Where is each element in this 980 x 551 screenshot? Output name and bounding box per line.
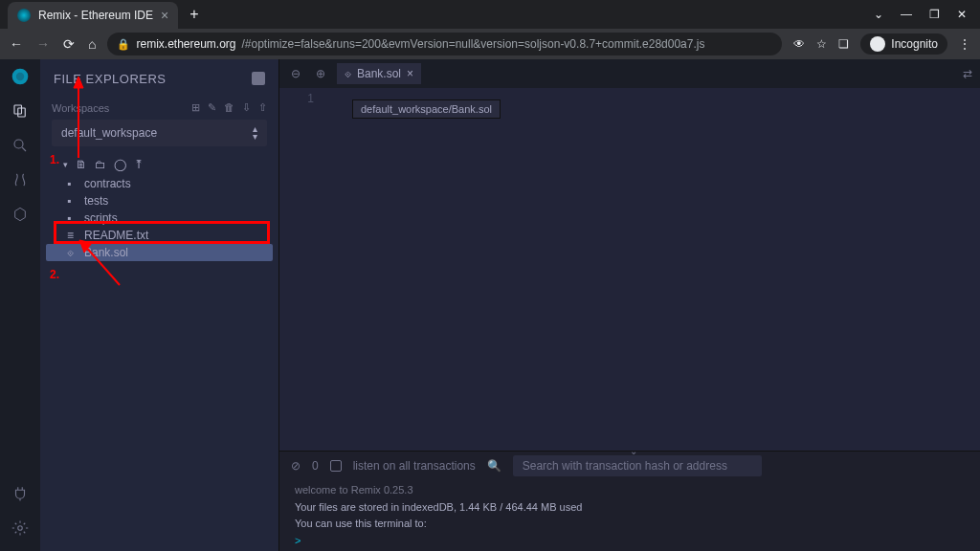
maximize-icon[interactable]: ❐	[929, 8, 940, 21]
annotation-arrow-1	[69, 77, 88, 163]
plugin-manager-icon[interactable]	[11, 484, 30, 503]
zoom-out-icon[interactable]: ⊖	[287, 67, 304, 80]
folder-item[interactable]: ▪contracts	[40, 175, 278, 192]
tab-title: Remix - Ethereum IDE	[38, 9, 153, 22]
line-number: 1	[307, 92, 314, 105]
annotation-arrow-2	[77, 237, 134, 290]
tree-toggle-icon[interactable]: ▾	[63, 160, 68, 169]
url-path: /#optimize=false&runs=200&evmVersion=nul…	[242, 37, 705, 51]
lock-icon: 🔒	[117, 38, 130, 51]
compiler-icon[interactable]	[11, 170, 30, 189]
app-root: FILE EXPLORERS Workspaces ⊞ ✎ 🗑 ⇩ ⇧ defa…	[0, 59, 980, 551]
svg-line-8	[84, 245, 120, 285]
eye-off-icon[interactable]: 👁	[793, 37, 805, 51]
item-label: scripts	[84, 211, 118, 225]
window-controls: ⌄ — ❐ ✕	[874, 8, 972, 21]
chevron-down-icon[interactable]: ⌄	[874, 8, 883, 21]
folder-icon: ▪	[67, 211, 78, 225]
forward-icon[interactable]: →	[36, 36, 50, 52]
collapse-icon[interactable]: ⌄	[630, 446, 637, 456]
solidity-icon: ⟐	[345, 67, 351, 80]
ws-rename-icon[interactable]: ✎	[208, 101, 216, 114]
ws-delete-icon[interactable]: 🗑	[224, 101, 234, 114]
menu-icon[interactable]: ⋮	[959, 37, 970, 51]
editor-tooltip: default_workspace/Bank.sol	[352, 99, 501, 119]
line-gutter: 1	[279, 88, 322, 451]
terminal-output[interactable]: welcome to Remix 0.25.3 Your files are s…	[279, 480, 980, 551]
browser-addressbar: ← → ⟳ ⌂ 🔒 remix.ethereum.org/#optimize=f…	[0, 29, 980, 59]
terminal-toolbar: ⌄ ⊘ 0 listen on all transactions 🔍 Searc…	[279, 452, 980, 480]
browser-tab[interactable]: Remix - Ethereum IDE ×	[8, 2, 178, 29]
listen-label: listen on all transactions	[353, 459, 476, 473]
editor-tab-label: Bank.sol	[357, 67, 401, 80]
terminal-panel: ⌄ ⊘ 0 listen on all transactions 🔍 Searc…	[279, 451, 980, 551]
gist-icon[interactable]: ◯	[114, 158, 126, 171]
editor-tab[interactable]: ⟐ Bank.sol ×	[337, 63, 421, 84]
home-icon[interactable]: ⌂	[88, 36, 96, 52]
terminal-line: welcome to Remix 0.25.3	[295, 482, 965, 499]
star-icon[interactable]: ☆	[816, 37, 827, 51]
url-bar[interactable]: 🔒 remix.ethereum.org/#optimize=false&run…	[107, 33, 782, 55]
icon-sidebar	[0, 59, 40, 551]
svg-point-5	[18, 526, 23, 531]
clear-icon[interactable]: ⊘	[291, 459, 301, 473]
new-folder-icon[interactable]: 🗀	[95, 158, 106, 171]
tab-favicon	[17, 9, 31, 22]
upload-file-icon[interactable]: ⤒	[134, 158, 144, 171]
svg-point-4	[14, 140, 23, 148]
svg-marker-7	[74, 77, 83, 88]
close-tab-icon[interactable]: ×	[407, 67, 413, 80]
incognito-label: Incognito	[891, 37, 938, 51]
search-icon[interactable]: 🔍	[487, 459, 501, 473]
ws-create-icon[interactable]: ⊞	[191, 101, 200, 114]
reload-icon[interactable]: ⟳	[63, 36, 75, 52]
url-domain: remix.ethereum.org	[136, 37, 235, 51]
folder-item[interactable]: ▪scripts	[40, 209, 278, 227]
minimize-icon[interactable]: —	[901, 8, 912, 21]
folder-icon: ▪	[67, 194, 78, 208]
editor-tabbar: ⊖ ⊕ ⟐ Bank.sol × ⇄	[279, 59, 980, 88]
ws-upload-icon[interactable]: ⇧	[258, 101, 267, 114]
terminal-line: Your files are stored in indexedDB, 1.44…	[295, 499, 965, 517]
new-tab-button[interactable]: +	[189, 6, 198, 23]
close-icon[interactable]: ×	[161, 8, 168, 23]
annotation-number-2: 2.	[50, 268, 59, 281]
annotation-number-1: 1.	[50, 153, 59, 166]
ws-download-icon[interactable]: ⇩	[242, 101, 251, 114]
pending-count: 0	[312, 459, 319, 473]
close-window-icon[interactable]: ✕	[957, 8, 967, 21]
item-label: tests	[84, 194, 108, 208]
incognito-icon	[870, 36, 885, 52]
folder-item[interactable]: ▪tests	[40, 192, 278, 209]
listen-checkbox[interactable]	[330, 460, 342, 472]
code-area[interactable]	[322, 88, 980, 451]
select-chevron-icon: ▴▾	[253, 125, 257, 141]
terminal-line: You can use this terminal to:	[295, 516, 965, 533]
back-icon[interactable]: ←	[10, 36, 23, 52]
incognito-badge[interactable]: Incognito	[860, 33, 947, 55]
deploy-icon[interactable]	[11, 205, 30, 224]
browser-titlebar: Remix - Ethereum IDE × + ⌄ — ❐ ✕	[0, 0, 980, 29]
svg-point-1	[16, 73, 24, 80]
terminal-search-input[interactable]: Search with transaction hash or address	[513, 455, 762, 476]
puzzle-icon[interactable]: ❏	[838, 37, 849, 51]
swap-panel-icon[interactable]: ⇄	[963, 67, 972, 80]
editor-area: ⊖ ⊕ ⟐ Bank.sol × ⇄ 1 default_workspace/B…	[279, 59, 980, 551]
item-label: contracts	[84, 177, 131, 190]
remix-logo[interactable]	[11, 67, 30, 86]
editor-body[interactable]: 1 default_workspace/Bank.sol	[279, 88, 980, 451]
zoom-in-icon[interactable]: ⊕	[312, 67, 329, 80]
panel-action-icon[interactable]	[252, 72, 265, 85]
settings-icon[interactable]	[11, 518, 30, 538]
terminal-prompt: >	[295, 533, 965, 550]
file-explorer-icon[interactable]	[11, 101, 30, 121]
search-icon[interactable]	[11, 136, 30, 155]
folder-icon: ▪	[67, 177, 78, 190]
